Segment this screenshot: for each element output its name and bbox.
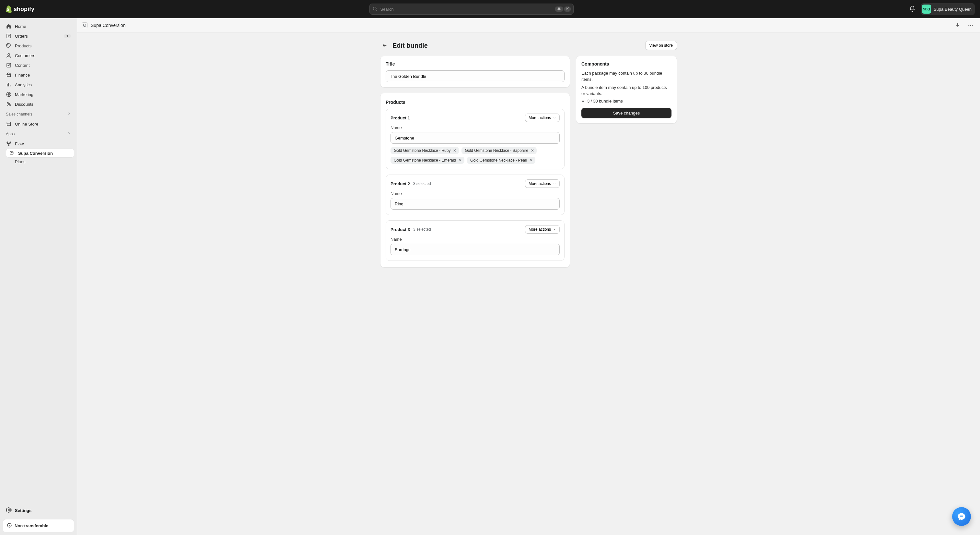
name-label: Name (390, 191, 560, 196)
non-transferable-chip[interactable]: Non-transferable (3, 519, 74, 532)
title-card: Title (380, 56, 570, 88)
more-button[interactable] (966, 21, 975, 30)
sidebar-item-plans[interactable]: Plans (6, 158, 74, 166)
content-icon (6, 62, 12, 68)
global-search[interactable]: Search ⌘ K (369, 3, 574, 14)
bundle-title-input[interactable] (386, 70, 565, 82)
sidebar-item-label: Orders (15, 34, 28, 38)
gear-icon (6, 507, 12, 514)
marketing-icon (6, 91, 12, 97)
page-title: Edit bundle (393, 42, 428, 50)
svg-point-14 (11, 152, 11, 153)
sidebar-item-flow[interactable]: Flow (3, 139, 74, 149)
more-actions-button[interactable]: More actions (525, 225, 560, 233)
product-tags: Gold Gemstone Necklace - Ruby✕ Gold Gems… (390, 147, 560, 164)
sidebar-item-label: Finance (15, 73, 30, 78)
search-icon (372, 6, 377, 12)
sidebar-item-discounts[interactable]: Discounts (3, 99, 74, 109)
back-button[interactable] (380, 41, 389, 50)
remove-tag-icon[interactable]: ✕ (452, 148, 457, 153)
sidebar-item-label: Supa Conversion (18, 151, 53, 156)
finance-icon (6, 72, 12, 78)
svg-point-11 (10, 142, 11, 143)
sidebar-item-supa-conversion[interactable]: Supa Conversion (6, 149, 74, 158)
sidebar-item-settings[interactable]: Settings (3, 505, 74, 516)
tag-label: Gold Gemstone Necklace - Ruby (394, 148, 450, 153)
main-area: Supa Conversion Edit bundle View on stor… (77, 18, 980, 535)
sales-channels-header[interactable]: Sales channels (3, 109, 74, 119)
svg-point-0 (373, 7, 376, 10)
sidebar-item-online-store[interactable]: Online Store (3, 119, 74, 129)
title-card-heading: Title (386, 61, 565, 67)
store-icon (6, 121, 12, 127)
top-bar: shopify Search ⌘ K SBQ Supa Beauty Queen (0, 0, 980, 18)
store-switcher[interactable]: SBQ Supa Beauty Queen (921, 3, 975, 15)
product-heading: Product 2 (390, 181, 410, 186)
info-icon (7, 523, 12, 529)
sidebar-item-products[interactable]: Products (3, 41, 74, 51)
analytics-icon (6, 82, 12, 88)
app-badge-icon (82, 22, 88, 28)
product-block-1: Product 1 More actions Name (386, 109, 565, 169)
sidebar-item-marketing[interactable]: Marketing (3, 89, 74, 99)
sidebar-item-orders[interactable]: Orders 1 (3, 31, 74, 41)
more-actions-button[interactable]: More actions (525, 179, 560, 188)
shopify-logo[interactable]: shopify (5, 5, 34, 13)
sidebar-item-label: Analytics (15, 82, 32, 87)
shortcut-mod: ⌘ (555, 6, 563, 12)
view-on-store-button[interactable]: View on store (645, 41, 677, 50)
remove-tag-icon[interactable]: ✕ (530, 148, 535, 153)
remove-tag-icon[interactable]: ✕ (529, 158, 533, 163)
svg-point-8 (7, 102, 9, 104)
home-icon (6, 23, 12, 29)
page-header: Edit bundle View on store (375, 32, 682, 56)
topbar-right: SBQ Supa Beauty Queen (909, 3, 975, 15)
sidebar-item-label: Home (15, 24, 26, 29)
sidebar-item-label: Marketing (15, 92, 33, 97)
sidebar-item-label: Content (15, 63, 30, 68)
svg-point-10 (7, 142, 8, 143)
variant-tag: Gold Gemstone Necklace - Ruby✕ (390, 147, 459, 154)
more-actions-button[interactable]: More actions (525, 113, 560, 122)
save-changes-button[interactable]: Save changes (581, 108, 671, 118)
product-block-2: Product 2 3 selected More actions Name (386, 174, 565, 215)
products-heading: Products (386, 100, 565, 105)
sidebar-item-label: Flow (15, 141, 24, 146)
discounts-icon (6, 101, 12, 107)
sidebar-item-customers[interactable]: Customers (3, 51, 74, 60)
components-line2: A bundle item may contain up to 100 prod… (581, 85, 671, 97)
store-avatar: SBQ (922, 5, 931, 14)
chat-fab[interactable] (952, 507, 971, 526)
more-actions-label: More actions (528, 227, 551, 232)
svg-point-23 (972, 25, 973, 26)
shortcut-key: K (564, 6, 571, 12)
sidebar-item-finance[interactable]: Finance (3, 70, 74, 80)
tag-label: Gold Gemstone Necklace - Pearl (470, 158, 527, 163)
tag-label: Gold Gemstone Necklace - Emerald (394, 158, 456, 163)
chat-icon (957, 512, 966, 521)
name-label: Name (390, 125, 560, 130)
product-meta: 3 selected (413, 227, 431, 232)
notifications-icon[interactable] (909, 5, 915, 13)
apps-header[interactable]: Apps (3, 129, 74, 139)
embedded-app-title: Supa Conversion (91, 23, 126, 28)
sidebar-item-label: Products (15, 43, 32, 48)
sidebar-item-content[interactable]: Content (3, 60, 74, 70)
variant-tag: Gold Gemstone Necklace - Sapphire✕ (461, 147, 536, 154)
remove-tag-icon[interactable]: ✕ (458, 158, 463, 163)
chevron-down-icon (553, 228, 556, 231)
product-name-input[interactable] (390, 198, 560, 209)
settings-label: Settings (15, 508, 32, 513)
shopify-bag-icon (5, 5, 12, 13)
search-wrap: Search ⌘ K (40, 3, 904, 14)
product-name-input[interactable] (390, 132, 560, 144)
svg-point-3 (8, 54, 10, 56)
sidebar-item-analytics[interactable]: Analytics (3, 80, 74, 89)
pin-button[interactable] (953, 21, 963, 30)
sidebar-item-home[interactable]: Home (3, 21, 74, 31)
product-name-input[interactable] (390, 244, 560, 256)
store-name: Supa Beauty Queen (934, 7, 972, 12)
product-meta: 3 selected (413, 181, 431, 186)
product-heading: Product 3 (390, 227, 410, 232)
more-actions-label: More actions (528, 181, 551, 186)
